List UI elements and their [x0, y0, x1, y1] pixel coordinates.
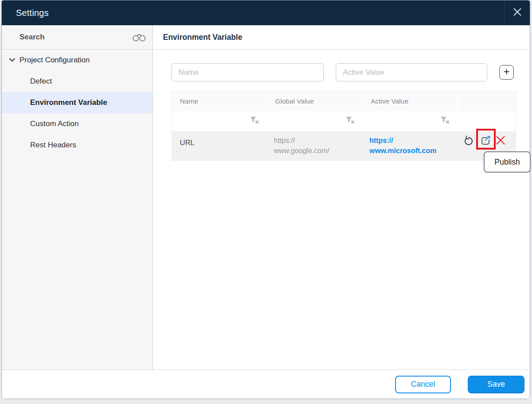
table-filter-row [172, 111, 516, 131]
table-row: URL https:// www.google.com/ https:// ww… [172, 131, 516, 160]
plus-icon: + [503, 66, 509, 77]
chevron-down-icon[interactable] [9, 56, 16, 65]
sidebar-item-label: Defect [30, 77, 52, 86]
binoculars-icon[interactable] [132, 32, 146, 42]
publish-tooltip: Publish [484, 151, 531, 173]
filter-active-value[interactable] [363, 111, 458, 131]
search-label: Search [19, 33, 45, 42]
active-value-cell[interactable]: https:// www.microsoft.com [363, 132, 458, 160]
dialog-header: Settings [2, 0, 530, 25]
environment-variable-table: Name Global Value Active Value [171, 91, 516, 161]
dialog-footer: Cancel Save [2, 369, 530, 399]
table-header-row: Name Global Value Active Value [172, 92, 516, 111]
sidebar-item-custom-action[interactable]: Custom Action [2, 113, 152, 135]
column-header-global-value: Global Value [267, 92, 363, 111]
column-header-actions [458, 92, 516, 111]
search-field[interactable]: Search [2, 25, 152, 50]
sidebar-item-project-configuration[interactable]: Project Configuration [2, 50, 152, 71]
sidebar-item-defect[interactable]: Defect [2, 71, 152, 92]
dialog-body: Search Project Configurat [2, 25, 530, 369]
column-header-active-value: Active Value [363, 92, 458, 111]
sidebar-item-label: Environment Variable [30, 98, 107, 107]
cancel-button[interactable]: Cancel [395, 376, 451, 393]
column-header-name: Name [172, 92, 267, 111]
close-button[interactable] [504, 0, 530, 25]
global-value-cell: https:// www.google.com/ [267, 132, 363, 160]
name-input[interactable] [171, 63, 324, 81]
sidebar-nav: Project Configuration Defect Environment… [2, 50, 152, 156]
filter-clear-icon[interactable] [250, 116, 260, 126]
filter-name[interactable] [172, 111, 267, 131]
sidebar-item-rest-headers[interactable]: Rest Headers [2, 135, 152, 156]
panel-content: + Name Global Value Active Value [153, 50, 530, 161]
environment-variable-panel: Environment Variable + Name Global Value [153, 25, 530, 369]
variable-name-cell: URL [172, 132, 267, 160]
tooltip-label: Publish [494, 158, 520, 167]
active-value-input[interactable] [336, 63, 487, 81]
delete-x-icon[interactable] [495, 135, 506, 146]
save-button[interactable]: Save [468, 376, 524, 393]
filter-clear-icon[interactable] [440, 116, 450, 126]
sidebar-item-environment-variable[interactable]: Environment Variable [2, 92, 152, 113]
settings-dialog: Settings Search [1, 0, 530, 399]
publish-icon[interactable] [480, 134, 492, 146]
sidebar-item-label: Custom Action [30, 119, 79, 128]
filter-clear-icon[interactable] [346, 116, 355, 126]
sidebar-item-label: Rest Headers [30, 141, 76, 150]
new-variable-form: + [171, 63, 530, 81]
dialog-title: Settings [16, 8, 49, 18]
settings-sidebar: Search Project Configurat [2, 25, 153, 369]
close-icon [512, 6, 523, 19]
add-variable-button[interactable]: + [499, 65, 514, 80]
revert-icon[interactable] [463, 135, 474, 146]
filter-global-value[interactable] [267, 111, 363, 131]
filter-actions-empty [458, 111, 516, 131]
sidebar-item-label: Project Configuration [19, 56, 90, 65]
panel-title-row: Environment Variable [153, 25, 530, 50]
page-title: Environment Variable [163, 33, 242, 42]
